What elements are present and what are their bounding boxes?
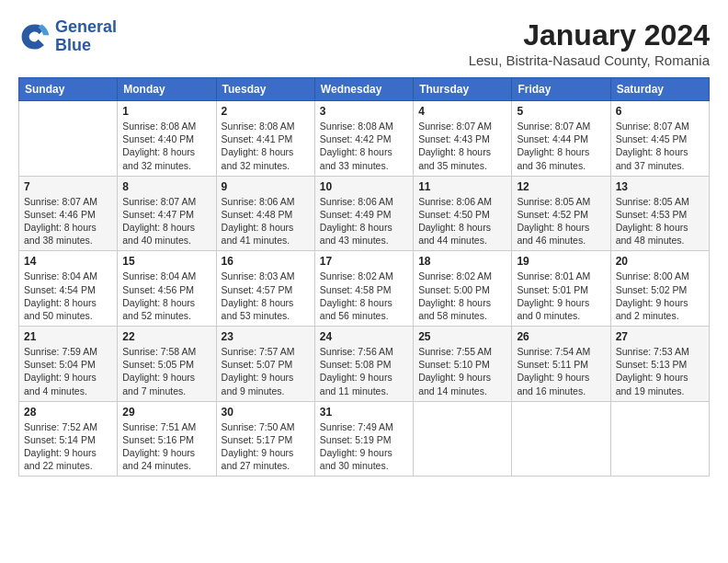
calendar-cell: 19Sunrise: 8:01 AM Sunset: 5:01 PM Dayli… (512, 251, 610, 327)
day-number: 9 (222, 180, 310, 193)
logo-general: General (55, 18, 117, 37)
day-number: 6 (616, 105, 704, 118)
day-number: 20 (616, 255, 704, 268)
calendar-cell: 12Sunrise: 8:05 AM Sunset: 4:52 PM Dayli… (512, 176, 610, 251)
calendar-cell (414, 401, 512, 477)
day-info: Sunrise: 8:02 AM Sunset: 4:58 PM Dayligh… (320, 270, 408, 322)
calendar-cell: 10Sunrise: 8:06 AM Sunset: 4:49 PM Dayli… (314, 176, 413, 251)
calendar-cell: 26Sunrise: 7:54 AM Sunset: 5:11 PM Dayli… (512, 327, 610, 402)
day-info: Sunrise: 7:53 AM Sunset: 5:13 PM Dayligh… (616, 345, 704, 397)
day-info: Sunrise: 7:54 AM Sunset: 5:11 PM Dayligh… (517, 345, 605, 397)
day-info: Sunrise: 7:52 AM Sunset: 5:14 PM Dayligh… (24, 420, 112, 473)
day-info: Sunrise: 8:03 AM Sunset: 4:57 PM Dayligh… (222, 270, 310, 322)
day-number: 10 (320, 180, 408, 193)
day-info: Sunrise: 8:07 AM Sunset: 4:46 PM Dayligh… (24, 195, 112, 247)
calendar-week-row: 14Sunrise: 8:04 AM Sunset: 4:54 PM Dayli… (19, 251, 710, 327)
day-info: Sunrise: 8:07 AM Sunset: 4:44 PM Dayligh… (517, 120, 605, 172)
day-info: Sunrise: 7:59 AM Sunset: 5:04 PM Dayligh… (24, 345, 112, 397)
day-number: 29 (122, 406, 210, 419)
day-info: Sunrise: 8:07 AM Sunset: 4:43 PM Dayligh… (418, 120, 506, 172)
calendar-cell: 18Sunrise: 8:02 AM Sunset: 5:00 PM Dayli… (414, 251, 512, 327)
day-info: Sunrise: 7:51 AM Sunset: 5:16 PM Dayligh… (122, 420, 210, 473)
day-number: 27 (616, 330, 704, 343)
weekday-header: Saturday (610, 78, 709, 101)
page-container: General Blue January 2024 Lesu, Bistrita… (18, 18, 710, 477)
page-subtitle: Lesu, Bistrita-Nasaud County, Romania (469, 52, 710, 68)
calendar-cell: 23Sunrise: 7:57 AM Sunset: 5:07 PM Dayli… (216, 327, 314, 402)
day-number: 22 (122, 330, 210, 343)
header: General Blue January 2024 Lesu, Bistrita… (18, 18, 710, 68)
calendar-cell: 22Sunrise: 7:58 AM Sunset: 5:05 PM Dayli… (118, 327, 216, 402)
day-number: 7 (24, 180, 112, 193)
day-number: 13 (616, 180, 704, 193)
calendar-header-row: SundayMondayTuesdayWednesdayThursdayFrid… (19, 78, 710, 101)
day-info: Sunrise: 8:07 AM Sunset: 4:45 PM Dayligh… (616, 120, 704, 172)
page-title: January 2024 (469, 18, 710, 52)
calendar-week-row: 1Sunrise: 8:08 AM Sunset: 4:40 PM Daylig… (19, 101, 710, 177)
day-info: Sunrise: 8:04 AM Sunset: 4:54 PM Dayligh… (24, 270, 112, 322)
calendar-cell: 4Sunrise: 8:07 AM Sunset: 4:43 PM Daylig… (414, 101, 512, 177)
day-info: Sunrise: 7:50 AM Sunset: 5:17 PM Dayligh… (222, 420, 310, 473)
day-number: 21 (24, 330, 112, 343)
calendar-cell (512, 401, 610, 477)
day-number: 25 (418, 330, 506, 343)
weekday-header: Thursday (414, 78, 512, 101)
day-number: 15 (122, 255, 210, 268)
calendar-cell: 15Sunrise: 8:04 AM Sunset: 4:56 PM Dayli… (118, 251, 216, 327)
day-info: Sunrise: 7:49 AM Sunset: 5:19 PM Dayligh… (320, 420, 408, 473)
day-number: 11 (418, 180, 506, 193)
day-info: Sunrise: 8:08 AM Sunset: 4:40 PM Dayligh… (122, 120, 210, 172)
calendar-cell (19, 101, 118, 177)
calendar-week-row: 21Sunrise: 7:59 AM Sunset: 5:04 PM Dayli… (19, 327, 710, 402)
logo-blue: Blue (55, 37, 117, 55)
logo: General Blue (18, 18, 117, 55)
day-info: Sunrise: 8:06 AM Sunset: 4:50 PM Dayligh… (418, 195, 506, 247)
calendar-cell: 24Sunrise: 7:56 AM Sunset: 5:08 PM Dayli… (314, 327, 413, 402)
day-info: Sunrise: 8:08 AM Sunset: 4:42 PM Dayligh… (320, 120, 408, 172)
day-info: Sunrise: 7:57 AM Sunset: 5:07 PM Dayligh… (222, 345, 310, 397)
day-info: Sunrise: 8:05 AM Sunset: 4:52 PM Dayligh… (517, 195, 605, 247)
calendar-week-row: 7Sunrise: 8:07 AM Sunset: 4:46 PM Daylig… (19, 176, 710, 251)
logo-text: General Blue (55, 18, 117, 55)
day-number: 5 (517, 105, 605, 118)
day-number: 26 (517, 330, 605, 343)
day-info: Sunrise: 8:04 AM Sunset: 4:56 PM Dayligh… (122, 270, 210, 322)
day-info: Sunrise: 8:06 AM Sunset: 4:49 PM Dayligh… (320, 195, 408, 247)
calendar-cell: 21Sunrise: 7:59 AM Sunset: 5:04 PM Dayli… (19, 327, 118, 402)
day-number: 16 (222, 255, 310, 268)
day-info: Sunrise: 8:08 AM Sunset: 4:41 PM Dayligh… (222, 120, 310, 172)
calendar-cell: 27Sunrise: 7:53 AM Sunset: 5:13 PM Dayli… (610, 327, 709, 402)
day-number: 18 (418, 255, 506, 268)
day-info: Sunrise: 7:55 AM Sunset: 5:10 PM Dayligh… (418, 345, 506, 397)
calendar-cell: 1Sunrise: 8:08 AM Sunset: 4:40 PM Daylig… (118, 101, 216, 177)
weekday-header: Sunday (19, 78, 118, 101)
calendar-cell: 7Sunrise: 8:07 AM Sunset: 4:46 PM Daylig… (19, 176, 118, 251)
calendar-cell: 6Sunrise: 8:07 AM Sunset: 4:45 PM Daylig… (610, 101, 709, 177)
day-number: 4 (418, 105, 506, 118)
calendar-cell: 3Sunrise: 8:08 AM Sunset: 4:42 PM Daylig… (314, 101, 413, 177)
weekday-header: Friday (512, 78, 610, 101)
calendar-cell: 2Sunrise: 8:08 AM Sunset: 4:41 PM Daylig… (216, 101, 314, 177)
calendar-cell: 5Sunrise: 8:07 AM Sunset: 4:44 PM Daylig… (512, 101, 610, 177)
day-number: 2 (222, 105, 310, 118)
day-info: Sunrise: 8:02 AM Sunset: 5:00 PM Dayligh… (418, 270, 506, 322)
calendar-cell: 17Sunrise: 8:02 AM Sunset: 4:58 PM Dayli… (314, 251, 413, 327)
calendar-cell: 28Sunrise: 7:52 AM Sunset: 5:14 PM Dayli… (19, 401, 118, 477)
day-number: 8 (122, 180, 210, 193)
calendar-cell (610, 401, 709, 477)
calendar-cell: 8Sunrise: 8:07 AM Sunset: 4:47 PM Daylig… (118, 176, 216, 251)
day-info: Sunrise: 7:56 AM Sunset: 5:08 PM Dayligh… (320, 345, 408, 397)
day-info: Sunrise: 8:01 AM Sunset: 5:01 PM Dayligh… (517, 270, 605, 322)
day-number: 23 (222, 330, 310, 343)
calendar-cell: 29Sunrise: 7:51 AM Sunset: 5:16 PM Dayli… (118, 401, 216, 477)
calendar-cell: 14Sunrise: 8:04 AM Sunset: 4:54 PM Dayli… (19, 251, 118, 327)
weekday-header: Tuesday (216, 78, 314, 101)
day-number: 28 (24, 406, 112, 419)
calendar-cell: 9Sunrise: 8:06 AM Sunset: 4:48 PM Daylig… (216, 176, 314, 251)
calendar-cell: 31Sunrise: 7:49 AM Sunset: 5:19 PM Dayli… (314, 401, 413, 477)
day-info: Sunrise: 8:05 AM Sunset: 4:53 PM Dayligh… (616, 195, 704, 247)
calendar-cell: 13Sunrise: 8:05 AM Sunset: 4:53 PM Dayli… (610, 176, 709, 251)
calendar-week-row: 28Sunrise: 7:52 AM Sunset: 5:14 PM Dayli… (19, 401, 710, 477)
weekday-header: Monday (118, 78, 216, 101)
day-number: 24 (320, 330, 408, 343)
